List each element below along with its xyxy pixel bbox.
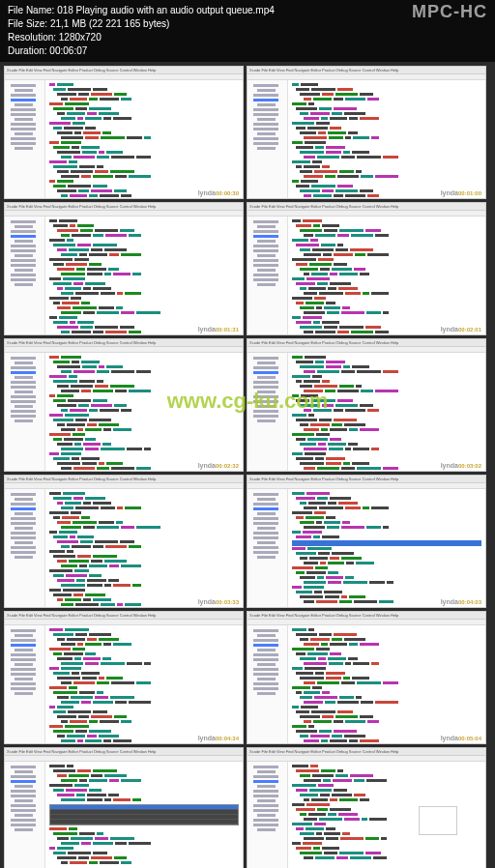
file-tree-item[interactable] — [11, 415, 36, 418]
file-tree-item[interactable] — [15, 147, 33, 150]
file-tree-item[interactable] — [253, 819, 278, 822]
file-tree-item[interactable] — [257, 405, 276, 408]
file-tree-item[interactable] — [253, 94, 278, 97]
code-editor[interactable] — [288, 80, 485, 198]
file-tree-item[interactable] — [253, 230, 278, 233]
code-editor[interactable] — [45, 80, 243, 198]
file-tree-item[interactable] — [15, 362, 33, 364]
file-tree-item[interactable] — [257, 420, 276, 422]
file-tree-item[interactable] — [11, 819, 36, 822]
code-editor[interactable] — [288, 353, 485, 471]
file-tree-item[interactable] — [253, 128, 278, 130]
file-tree-item[interactable] — [253, 517, 278, 520]
project-navigator[interactable] — [248, 625, 288, 743]
project-navigator[interactable] — [5, 489, 45, 607]
file-tree-item[interactable] — [11, 790, 36, 793]
file-tree-item[interactable] — [15, 269, 33, 272]
file-tree-item[interactable] — [253, 644, 278, 647]
file-tree-item[interactable] — [11, 245, 36, 247]
file-tree-item[interactable] — [11, 804, 36, 807]
autocomplete-item[interactable] — [50, 820, 238, 825]
file-tree-item[interactable] — [11, 507, 36, 510]
file-tree-item[interactable] — [257, 541, 276, 544]
file-tree-item[interactable] — [15, 828, 33, 831]
file-tree-item[interactable] — [253, 249, 278, 252]
file-tree-item[interactable] — [15, 376, 33, 379]
xcode-menubar[interactable]: Xcode File Edit View Find Navigate Edito… — [5, 748, 243, 756]
file-tree-item[interactable] — [11, 653, 36, 656]
file-tree-item[interactable] — [11, 639, 36, 642]
file-tree-item[interactable] — [15, 405, 33, 408]
file-tree-item[interactable] — [11, 357, 36, 360]
code-editor[interactable] — [288, 762, 391, 868]
file-tree-item[interactable] — [253, 245, 278, 247]
file-tree-item[interactable] — [11, 551, 36, 554]
file-tree-item[interactable] — [15, 799, 33, 802]
file-tree-item[interactable] — [257, 649, 276, 651]
xcode-menubar[interactable]: Xcode File Edit View Find Navigate Edito… — [248, 748, 485, 756]
file-tree-item[interactable] — [11, 658, 36, 661]
file-tree-item[interactable] — [15, 634, 33, 637]
file-tree-item[interactable] — [11, 780, 36, 783]
xcode-menubar[interactable]: Xcode File Edit View Find Navigate Edito… — [248, 339, 485, 347]
video-thumbnail[interactable]: Xcode File Edit View Find Navigate Edito… — [247, 202, 486, 335]
file-tree-item[interactable] — [15, 103, 33, 106]
xcode-menubar[interactable]: Xcode File Edit View Find Navigate Edito… — [5, 612, 243, 620]
video-thumbnail[interactable]: Xcode File Edit View Find Navigate Edito… — [247, 66, 486, 199]
file-tree-item[interactable] — [11, 532, 36, 535]
file-tree-item[interactable] — [253, 551, 278, 554]
file-tree-item[interactable] — [11, 128, 36, 130]
file-tree-item[interactable] — [11, 235, 36, 238]
file-tree-item[interactable] — [253, 536, 278, 539]
file-tree-item[interactable] — [253, 658, 278, 661]
file-tree-item[interactable] — [253, 99, 278, 101]
file-tree-item[interactable] — [257, 498, 276, 501]
file-tree-item[interactable] — [11, 108, 36, 111]
file-tree-item[interactable] — [15, 527, 33, 530]
file-tree-item[interactable] — [253, 780, 278, 783]
file-tree-item[interactable] — [253, 371, 278, 374]
file-tree-item[interactable] — [11, 274, 36, 276]
code-editor[interactable] — [45, 217, 243, 334]
file-tree-item[interactable] — [253, 395, 278, 398]
file-tree-item[interactable] — [253, 108, 278, 111]
file-tree-item[interactable] — [253, 790, 278, 793]
file-tree-item[interactable] — [253, 687, 278, 690]
file-tree-item[interactable] — [257, 814, 276, 817]
xcode-menubar[interactable]: Xcode File Edit View Find Navigate Edito… — [248, 612, 485, 620]
file-tree-item[interactable] — [15, 225, 33, 228]
file-tree-item[interactable] — [253, 357, 278, 360]
video-thumbnail[interactable]: Xcode File Edit View Find Navigate Edito… — [4, 202, 244, 335]
file-tree-item[interactable] — [253, 123, 278, 126]
file-tree-item[interactable] — [11, 395, 36, 398]
file-tree-item[interactable] — [15, 814, 33, 817]
video-thumbnail[interactable]: Xcode File Edit View Find Navigate Edito… — [4, 475, 244, 608]
file-tree-item[interactable] — [11, 775, 36, 778]
project-navigator[interactable] — [5, 625, 45, 743]
video-thumbnail[interactable]: Xcode File Edit View Find Navigate Edito… — [247, 611, 486, 744]
xcode-menubar[interactable]: Xcode File Edit View Find Navigate Edito… — [5, 339, 243, 347]
file-tree-item[interactable] — [253, 274, 278, 276]
file-tree-item[interactable] — [257, 828, 276, 831]
file-tree-item[interactable] — [253, 400, 278, 403]
file-tree-item[interactable] — [257, 89, 276, 92]
file-tree-item[interactable] — [253, 546, 278, 549]
file-tree-item[interactable] — [253, 673, 278, 676]
file-tree-item[interactable] — [11, 220, 36, 223]
file-tree-item[interactable] — [257, 225, 276, 228]
file-tree-item[interactable] — [253, 264, 278, 267]
file-tree-item[interactable] — [11, 673, 36, 676]
code-editor[interactable] — [288, 217, 485, 334]
file-tree-item[interactable] — [11, 123, 36, 126]
project-navigator[interactable] — [5, 80, 45, 198]
file-tree-item[interactable] — [253, 410, 278, 413]
code-editor[interactable] — [45, 489, 243, 607]
file-tree-item[interactable] — [11, 278, 36, 281]
file-tree-item[interactable] — [257, 254, 276, 257]
xcode-menubar[interactable]: Xcode File Edit View Find Navigate Edito… — [248, 476, 485, 483]
file-tree-item[interactable] — [11, 682, 36, 685]
file-tree-item[interactable] — [15, 132, 33, 135]
xcode-menubar[interactable]: Xcode File Edit View Find Navigate Edito… — [248, 67, 485, 74]
file-tree-item[interactable] — [257, 103, 276, 106]
video-thumbnail[interactable]: Xcode File Edit View Find Navigate Edito… — [4, 66, 244, 199]
